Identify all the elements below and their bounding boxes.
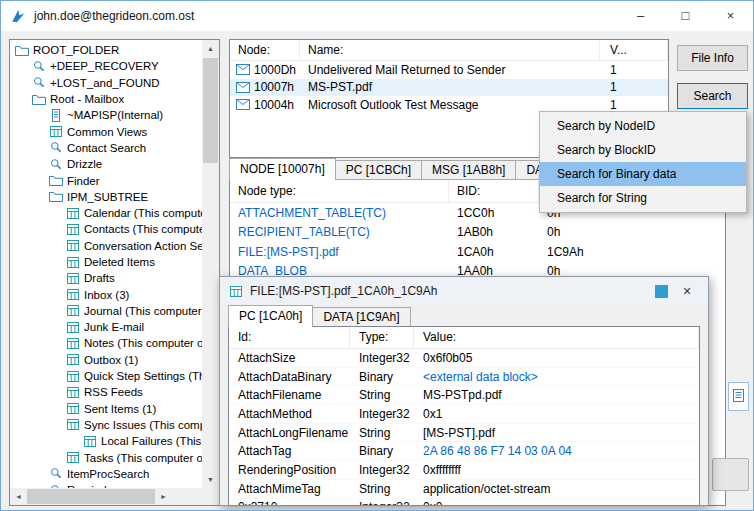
app-logo-icon bbox=[10, 8, 26, 24]
tree-item-sent-items-1[interactable]: Sent Items (1) bbox=[11, 401, 202, 417]
tree-item-deep-recovery[interactable]: +DEEP_RECOVERY bbox=[11, 58, 202, 74]
tree-item-ipm-subtree[interactable]: IPM_SUBTREE bbox=[11, 189, 202, 205]
property-value-link[interactable]: <external data block> bbox=[414, 370, 699, 384]
tree-item-label: ~MAPISP(Internal) bbox=[67, 109, 163, 121]
tree-item-contacts-this-compute[interactable]: Contacts (This compute bbox=[11, 221, 202, 237]
folder-tree-panel: ROOT_FOLDER+DEEP_RECOVERY+LOST_and_FOUND… bbox=[9, 39, 220, 506]
tree-item-finder[interactable]: Finder bbox=[11, 172, 202, 188]
node-type-link[interactable]: ATTACHMENT_TABLE(TC) bbox=[230, 206, 449, 220]
tree-horizontal-scrollbar[interactable]: ◄ ► bbox=[10, 488, 202, 505]
property-value-link[interactable]: 2A 86 48 86 F7 14 03 0A 04 bbox=[414, 444, 699, 458]
tree-item-label: Inbox (3) bbox=[84, 289, 129, 301]
node-type-link[interactable]: RECIPIENT_TABLE(TC) bbox=[230, 225, 449, 239]
message-node-id: 1000Dh bbox=[254, 63, 296, 77]
message-row-1000dh[interactable]: 1000DhUndelivered Mail Returned to Sende… bbox=[230, 61, 668, 79]
attachment-table-rows: AttachSizeInteger320x6f0b05AttachDataBin… bbox=[229, 349, 699, 506]
tree-item-tasks-this-computer-o[interactable]: Tasks (This computer o bbox=[11, 449, 202, 465]
tree-item-drizzle[interactable]: Drizzle bbox=[11, 156, 202, 172]
tab-node-10007h[interactable]: NODE [10007h] bbox=[229, 158, 336, 180]
tab-pc-1cbch[interactable]: PC [1CBCh] bbox=[335, 160, 422, 180]
property-id-cell: AttachFilename bbox=[229, 388, 350, 402]
child-maximize-button[interactable] bbox=[655, 285, 668, 298]
property-row-attachsize: AttachSizeInteger320x6f0b05 bbox=[229, 349, 699, 368]
property-row-attachlongfilename: AttachLongFilenameString[MS-PST].pdf bbox=[229, 424, 699, 443]
table-icon bbox=[66, 256, 81, 269]
tree-item-itemprocsearch[interactable]: ItemProcSearch bbox=[11, 466, 202, 482]
child-window-title: FILE:[MS-PST].pdf_1CA0h_1C9Ah bbox=[250, 284, 437, 298]
tree-item-label: Outbox (1) bbox=[84, 354, 138, 366]
column-header-type[interactable]: Type: bbox=[350, 327, 414, 348]
tree-item-root-folder[interactable]: ROOT_FOLDER bbox=[11, 42, 202, 58]
tree-item-label: Journal (This computer bbox=[84, 305, 202, 317]
tree-item-label: Sent Items (1) bbox=[84, 403, 156, 415]
scrollbar-thumb[interactable] bbox=[203, 58, 218, 163]
tab-msg-1ab8h[interactable]: MSG [1AB8h] bbox=[421, 160, 516, 180]
property-id-cell: AttachTag bbox=[229, 444, 350, 458]
property-id-cell: AttachSize bbox=[229, 351, 350, 365]
menu-item-search-by-blockid[interactable]: Search by BlockID bbox=[540, 138, 746, 162]
node-type-link[interactable]: FILE:[MS-PST].pdf bbox=[230, 245, 449, 259]
close-button[interactable]: × bbox=[708, 1, 753, 30]
message-rows: 1000DhUndelivered Mail Returned to Sende… bbox=[230, 61, 668, 114]
scroll-right-icon[interactable]: ► bbox=[155, 488, 172, 505]
table-icon bbox=[66, 207, 81, 220]
child-tab-pc-1ca0h[interactable]: PC [1CA0h] bbox=[228, 305, 313, 327]
mail-icon bbox=[236, 82, 250, 93]
column-header-id[interactable]: Id: bbox=[229, 327, 350, 348]
tree-vertical-scrollbar[interactable]: ▲ ▼ bbox=[202, 40, 219, 488]
tree-item-root-mailbox[interactable]: Root - Mailbox bbox=[11, 91, 202, 107]
attachment-window: FILE:[MS-PST].pdf_1CA0h_1C9Ah × PC [1CA0… bbox=[219, 276, 709, 506]
scroll-up-icon[interactable]: ▲ bbox=[202, 40, 219, 57]
scrollbar-thumb[interactable] bbox=[27, 489, 155, 504]
child-tab-data-1c9ah[interactable]: DATA [1C9Ah] bbox=[312, 307, 410, 327]
tree-item-calendar-this-compute[interactable]: Calendar (This compute bbox=[11, 205, 202, 221]
child-close-button[interactable]: × bbox=[674, 277, 700, 305]
tree-item-lost-and-found[interactable]: +LOST_and_FOUND bbox=[11, 75, 202, 91]
column-header-value[interactable]: Value: bbox=[414, 327, 699, 348]
minimize-button[interactable]: – bbox=[618, 1, 663, 30]
column-header-name[interactable]: Name: bbox=[300, 40, 600, 60]
menu-item-search-for-string[interactable]: Search for String bbox=[540, 186, 746, 210]
child-window-titlebar: FILE:[MS-PST].pdf_1CA0h_1C9Ah × bbox=[220, 277, 708, 305]
property-value-cell: [MS-PST].pdf bbox=[414, 426, 699, 440]
attachment-table-header: Id: Type: Value: bbox=[229, 327, 699, 349]
scroll-left-icon[interactable]: ◄ bbox=[10, 488, 27, 505]
tree-item-deleted-items[interactable]: Deleted Items bbox=[11, 254, 202, 270]
scroll-down-icon[interactable]: ▼ bbox=[202, 471, 219, 488]
tree-item-journal-this-computer[interactable]: Journal (This computer bbox=[11, 303, 202, 319]
tree-item-quick-step-settings-th[interactable]: Quick Step Settings (Th bbox=[11, 368, 202, 384]
column-header-node[interactable]: Node: bbox=[230, 40, 300, 60]
table-icon bbox=[66, 370, 81, 383]
property-value-cell: MS-PSTpd.pdf bbox=[414, 388, 699, 402]
tree-item-label: Conversation Action Se bbox=[84, 240, 202, 252]
tree-item-common-views[interactable]: Common Views bbox=[11, 123, 202, 139]
partially-hidden-button[interactable] bbox=[712, 458, 749, 491]
tree-item-drafts[interactable]: Drafts bbox=[11, 270, 202, 286]
tree-item-mapisp-internal[interactable]: ~MAPISP(Internal) bbox=[11, 107, 202, 123]
property-value-cell: 0x0 bbox=[414, 500, 699, 506]
tree-item-local-failures-this[interactable]: Local Failures (This bbox=[11, 433, 202, 449]
file-info-button[interactable]: File Info bbox=[677, 45, 748, 71]
tree-item-contact-search[interactable]: Contact Search bbox=[11, 140, 202, 156]
tree-item-outbox-1[interactable]: Outbox (1) bbox=[11, 352, 202, 368]
tree-item-junk-e-mail[interactable]: Junk E-mail bbox=[11, 319, 202, 335]
menu-item-search-for-binary-data[interactable]: Search for Binary data bbox=[540, 162, 746, 186]
message-row-10007h[interactable]: 10007hMS-PST.pdf1 bbox=[230, 79, 668, 97]
property-type-cell: Binary bbox=[350, 444, 414, 458]
column-header-bid[interactable]: BID: bbox=[449, 180, 539, 202]
tree-item-notes-this-computer-o[interactable]: Notes (This computer o bbox=[11, 335, 202, 351]
tree-item-label: Quick Step Settings (Th bbox=[84, 370, 202, 382]
tree-item-label: Finder bbox=[67, 175, 100, 187]
tree-item-inbox-3[interactable]: Inbox (3) bbox=[11, 286, 202, 302]
menu-item-search-by-nodeid[interactable]: Search by NodeID bbox=[540, 114, 746, 138]
search-button[interactable]: Search bbox=[677, 83, 748, 109]
column-header-node-type[interactable]: Node type: bbox=[230, 180, 449, 202]
table-icon bbox=[83, 435, 98, 448]
tree-item-sync-issues-this-comp[interactable]: Sync Issues (This comp bbox=[11, 417, 202, 433]
message-name-cell: Undelivered Mail Returned to Sender bbox=[300, 63, 600, 77]
tree-item-conversation-action-se[interactable]: Conversation Action Se bbox=[11, 238, 202, 254]
column-header-values[interactable]: V... bbox=[600, 40, 668, 60]
tree-item-rss-feeds[interactable]: RSS Feeds bbox=[11, 384, 202, 400]
side-tool-button[interactable] bbox=[728, 382, 749, 411]
maximize-button[interactable]: □ bbox=[663, 1, 708, 30]
